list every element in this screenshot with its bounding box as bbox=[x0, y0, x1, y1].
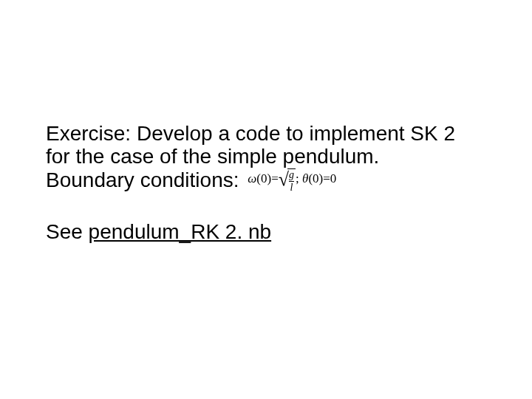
boundary-conditions-equation: ω(0)=√gl; θ(0)=0 bbox=[248, 168, 336, 192]
see-line: See pendulum_RK 2. nb bbox=[46, 220, 486, 244]
see-filename-link[interactable]: pendulum_RK 2. nb bbox=[89, 220, 272, 243]
slide: Exercise: Develop a code to implement SK… bbox=[0, 0, 532, 399]
eq-zero-2: 0 bbox=[313, 171, 319, 185]
exercise-line-2: for the case of the simple pendulum. bbox=[46, 145, 379, 168]
eq-separator: ; bbox=[296, 171, 299, 185]
eq-omega: ω bbox=[248, 171, 256, 185]
exercise-line-3-prefix: Boundary conditions: bbox=[46, 168, 239, 191]
exercise-line-1: Exercise: Develop a code to implement SK… bbox=[46, 122, 455, 145]
eq-sqrt: √gl bbox=[279, 168, 296, 193]
eq-equals-2: = bbox=[323, 171, 330, 185]
see-prefix: See bbox=[46, 220, 89, 243]
exercise-paragraph: Exercise: Develop a code to implement SK… bbox=[46, 122, 486, 194]
eq-equals-1: = bbox=[271, 171, 279, 185]
eq-frac-bot: l bbox=[290, 183, 293, 193]
eq-frac-top: g bbox=[289, 170, 294, 180]
eq-zero-3: 0 bbox=[330, 171, 337, 185]
